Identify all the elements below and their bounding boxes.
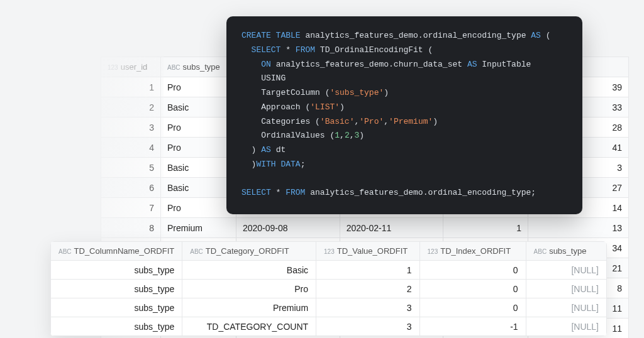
code-text: USING xyxy=(261,74,286,83)
cell-value: 1 xyxy=(316,261,419,280)
str: 'subs_type' xyxy=(330,88,384,97)
table-row[interactable]: subs_typeBasic10[NULL] xyxy=(51,261,607,280)
code-text: ) xyxy=(359,131,364,140)
type-tag: ABC xyxy=(190,248,203,255)
cell-category: Pro xyxy=(182,280,316,298)
code-text: TargetColumn ( xyxy=(261,88,330,97)
cell-subs-type: Pro xyxy=(160,117,236,138)
cell-category: Basic xyxy=(182,261,316,280)
col-label: TD_ColumnName_ORDFIT xyxy=(74,246,175,256)
cell-subs: [NULL] xyxy=(526,298,606,317)
cell-subs-type: Pro xyxy=(160,198,236,218)
col-value[interactable]: 123TD_Value_ORDFIT xyxy=(316,242,419,261)
col-user-id[interactable]: 123user_id xyxy=(101,57,161,77)
cell-subs-type: Basic xyxy=(160,158,236,178)
cell-v1: 1 xyxy=(443,218,528,238)
code-text: , xyxy=(340,131,345,140)
str: 'LIST' xyxy=(310,102,340,112)
cell-value: 3 xyxy=(316,317,419,336)
col-category[interactable]: ABCTD_Category_ORDFIT xyxy=(182,242,316,261)
kw: AS xyxy=(261,145,271,155)
cell-index: -1 xyxy=(419,317,526,336)
code-text: dt xyxy=(271,145,286,155)
cell-user-id: 2 xyxy=(101,97,161,117)
table-row[interactable]: subs_typeTD_CATEGORY_COUNT3-1[NULL] xyxy=(51,317,607,336)
cell-index: 0 xyxy=(419,298,526,317)
cell-user-id: 6 xyxy=(101,178,161,198)
cell-category: Premium xyxy=(182,298,316,317)
cell-colname: subs_type xyxy=(51,298,182,317)
cell-colname: subs_type xyxy=(51,317,182,336)
sql-code-block[interactable]: CREATE TABLE analytics_features_demo.ord… xyxy=(226,16,582,214)
kw: SELECT xyxy=(242,188,271,197)
code-text: ; xyxy=(301,160,306,169)
cell-subs-type: Basic xyxy=(160,178,236,198)
cell-user-id: 4 xyxy=(101,138,161,158)
kw: AS xyxy=(467,60,477,69)
result-table: ABCTD_ColumnName_ORDFIT ABCTD_Category_O… xyxy=(50,241,607,336)
result-header-row: ABCTD_ColumnName_ORDFIT ABCTD_Category_O… xyxy=(51,242,607,261)
table-row[interactable]: 8Premium2020-09-082020-02-11113 xyxy=(101,218,629,238)
cell-index: 0 xyxy=(419,261,526,280)
num-lit: 1 xyxy=(335,131,340,140)
table-row[interactable]: subs_typePremium30[NULL] xyxy=(51,298,607,317)
num-lit: 2 xyxy=(345,131,350,140)
col-subs-type[interactable]: ABCsubs_type xyxy=(160,57,236,77)
kw: AS xyxy=(531,31,541,40)
kw: FROM xyxy=(296,45,315,55)
col-label: subs_type xyxy=(549,246,586,256)
type-tag: 123 xyxy=(324,248,335,255)
code-text: analytics_features_demo.churn_data_set xyxy=(271,60,467,69)
cell-value: 2 xyxy=(316,280,419,298)
cell-subs: [NULL] xyxy=(526,280,606,298)
cell-user-id: 7 xyxy=(101,198,161,218)
col-subs-out[interactable]: ABCsubs_type xyxy=(526,242,606,261)
code-text: , xyxy=(350,131,355,140)
code-text: Categories ( xyxy=(261,117,320,126)
col-label: subs_type xyxy=(183,62,220,72)
type-tag: ABC xyxy=(534,248,547,255)
code-text: ) xyxy=(384,88,389,97)
cell-subs: [NULL] xyxy=(526,261,606,280)
col-index[interactable]: 123TD_Index_ORDFIT xyxy=(419,242,526,261)
str: 'Premium' xyxy=(389,117,433,126)
cell-user-id: 5 xyxy=(101,158,161,178)
cell-category: TD_CATEGORY_COUNT xyxy=(182,317,316,336)
cell-d1: 2020-09-08 xyxy=(236,218,340,238)
code-text: OrdinalValues ( xyxy=(261,131,335,140)
kw: SELECT xyxy=(252,45,281,55)
code-text: Approach ( xyxy=(261,102,310,112)
cell-user-id: 1 xyxy=(101,77,161,97)
cell-value: 3 xyxy=(316,298,419,317)
type-tag: ABC xyxy=(58,248,72,255)
cell-colname: subs_type xyxy=(51,261,182,280)
code-text: ) xyxy=(340,102,345,112)
cell-subs-type: Pro xyxy=(160,138,236,158)
cell-subs-type: Pro xyxy=(160,77,236,97)
cell-d2: 2020-02-11 xyxy=(340,218,443,238)
col-label: TD_Category_ORDFIT xyxy=(206,246,289,256)
col-label: TD_Value_ORDFIT xyxy=(337,246,408,256)
table-row[interactable]: subs_typePro20[NULL] xyxy=(51,280,607,298)
type-tag: 123 xyxy=(108,64,118,71)
col-label: user_id xyxy=(121,62,148,72)
code-text: , xyxy=(384,117,389,126)
code-text: ) xyxy=(252,145,262,155)
code-text: * xyxy=(271,188,286,197)
col-label: TD_Index_ORDFIT xyxy=(440,246,511,256)
str: 'Pro' xyxy=(359,117,384,126)
cell-v2: 13 xyxy=(528,218,629,238)
type-tag: 123 xyxy=(428,248,438,255)
col-columnname[interactable]: ABCTD_ColumnName_ORDFIT xyxy=(51,242,182,261)
code-text: InputTable xyxy=(477,60,531,69)
cell-subs-type: Basic xyxy=(160,97,236,117)
code-text: analytics_features_demo.ordinal_encoding… xyxy=(301,31,531,40)
cell-subs: [NULL] xyxy=(526,317,606,336)
cell-user-id: 8 xyxy=(101,218,161,238)
code-text: analytics_features_demo.ordinal_encoding… xyxy=(305,188,536,197)
cell-colname: subs_type xyxy=(51,280,182,298)
code-text: * xyxy=(280,45,295,55)
kw: ON xyxy=(261,60,271,69)
cell-index: 0 xyxy=(419,280,526,298)
code-text: ) xyxy=(433,117,438,126)
